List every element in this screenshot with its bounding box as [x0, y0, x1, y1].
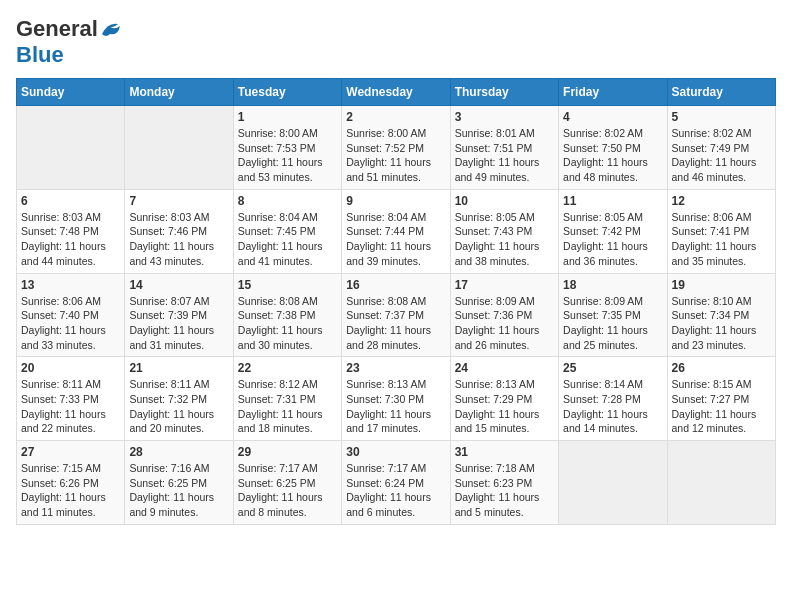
calendar-cell: 28Sunrise: 7:16 AMSunset: 6:25 PMDayligh…	[125, 441, 233, 525]
cell-info: Sunrise: 8:11 AMSunset: 7:32 PMDaylight:…	[129, 377, 228, 436]
cell-day-number: 20	[21, 361, 120, 375]
cell-day-number: 29	[238, 445, 337, 459]
calendar-cell	[125, 106, 233, 190]
cell-info: Sunrise: 8:09 AMSunset: 7:35 PMDaylight:…	[563, 294, 662, 353]
cell-day-number: 10	[455, 194, 554, 208]
weekday-header: Monday	[125, 79, 233, 106]
cell-day-number: 2	[346, 110, 445, 124]
weekday-header: Thursday	[450, 79, 558, 106]
cell-info: Sunrise: 7:17 AMSunset: 6:24 PMDaylight:…	[346, 461, 445, 520]
cell-info: Sunrise: 8:11 AMSunset: 7:33 PMDaylight:…	[21, 377, 120, 436]
weekday-header: Friday	[559, 79, 667, 106]
calendar-cell: 18Sunrise: 8:09 AMSunset: 7:35 PMDayligh…	[559, 273, 667, 357]
cell-day-number: 22	[238, 361, 337, 375]
calendar-cell	[559, 441, 667, 525]
cell-day-number: 27	[21, 445, 120, 459]
cell-info: Sunrise: 8:05 AMSunset: 7:42 PMDaylight:…	[563, 210, 662, 269]
cell-info: Sunrise: 8:15 AMSunset: 7:27 PMDaylight:…	[672, 377, 771, 436]
calendar-cell: 5Sunrise: 8:02 AMSunset: 7:49 PMDaylight…	[667, 106, 775, 190]
cell-day-number: 6	[21, 194, 120, 208]
cell-info: Sunrise: 8:13 AMSunset: 7:30 PMDaylight:…	[346, 377, 445, 436]
cell-info: Sunrise: 7:16 AMSunset: 6:25 PMDaylight:…	[129, 461, 228, 520]
logo-blue: Blue	[16, 42, 64, 67]
cell-day-number: 7	[129, 194, 228, 208]
calendar-cell: 31Sunrise: 7:18 AMSunset: 6:23 PMDayligh…	[450, 441, 558, 525]
calendar-cell: 22Sunrise: 8:12 AMSunset: 7:31 PMDayligh…	[233, 357, 341, 441]
calendar-cell: 19Sunrise: 8:10 AMSunset: 7:34 PMDayligh…	[667, 273, 775, 357]
cell-info: Sunrise: 8:08 AMSunset: 7:37 PMDaylight:…	[346, 294, 445, 353]
cell-info: Sunrise: 8:04 AMSunset: 7:45 PMDaylight:…	[238, 210, 337, 269]
calendar-cell: 8Sunrise: 8:04 AMSunset: 7:45 PMDaylight…	[233, 189, 341, 273]
cell-info: Sunrise: 8:07 AMSunset: 7:39 PMDaylight:…	[129, 294, 228, 353]
cell-day-number: 1	[238, 110, 337, 124]
cell-info: Sunrise: 7:18 AMSunset: 6:23 PMDaylight:…	[455, 461, 554, 520]
calendar-table: SundayMondayTuesdayWednesdayThursdayFrid…	[16, 78, 776, 525]
weekday-header: Wednesday	[342, 79, 450, 106]
calendar-cell	[667, 441, 775, 525]
cell-info: Sunrise: 8:01 AMSunset: 7:51 PMDaylight:…	[455, 126, 554, 185]
cell-day-number: 3	[455, 110, 554, 124]
calendar-cell: 17Sunrise: 8:09 AMSunset: 7:36 PMDayligh…	[450, 273, 558, 357]
cell-info: Sunrise: 8:05 AMSunset: 7:43 PMDaylight:…	[455, 210, 554, 269]
cell-day-number: 14	[129, 278, 228, 292]
calendar-cell: 13Sunrise: 8:06 AMSunset: 7:40 PMDayligh…	[17, 273, 125, 357]
cell-day-number: 26	[672, 361, 771, 375]
cell-info: Sunrise: 8:13 AMSunset: 7:29 PMDaylight:…	[455, 377, 554, 436]
cell-info: Sunrise: 7:15 AMSunset: 6:26 PMDaylight:…	[21, 461, 120, 520]
weekday-header: Tuesday	[233, 79, 341, 106]
cell-day-number: 8	[238, 194, 337, 208]
calendar-cell: 14Sunrise: 8:07 AMSunset: 7:39 PMDayligh…	[125, 273, 233, 357]
calendar-cell: 12Sunrise: 8:06 AMSunset: 7:41 PMDayligh…	[667, 189, 775, 273]
calendar-cell: 26Sunrise: 8:15 AMSunset: 7:27 PMDayligh…	[667, 357, 775, 441]
calendar-cell: 21Sunrise: 8:11 AMSunset: 7:32 PMDayligh…	[125, 357, 233, 441]
cell-day-number: 25	[563, 361, 662, 375]
cell-info: Sunrise: 8:08 AMSunset: 7:38 PMDaylight:…	[238, 294, 337, 353]
cell-day-number: 5	[672, 110, 771, 124]
cell-info: Sunrise: 8:12 AMSunset: 7:31 PMDaylight:…	[238, 377, 337, 436]
cell-day-number: 23	[346, 361, 445, 375]
calendar-cell: 25Sunrise: 8:14 AMSunset: 7:28 PMDayligh…	[559, 357, 667, 441]
cell-day-number: 9	[346, 194, 445, 208]
calendar-header: SundayMondayTuesdayWednesdayThursdayFrid…	[17, 79, 776, 106]
cell-day-number: 15	[238, 278, 337, 292]
cell-info: Sunrise: 8:02 AMSunset: 7:50 PMDaylight:…	[563, 126, 662, 185]
calendar-cell	[17, 106, 125, 190]
calendar-cell: 29Sunrise: 7:17 AMSunset: 6:25 PMDayligh…	[233, 441, 341, 525]
calendar-cell: 2Sunrise: 8:00 AMSunset: 7:52 PMDaylight…	[342, 106, 450, 190]
cell-day-number: 28	[129, 445, 228, 459]
cell-day-number: 18	[563, 278, 662, 292]
cell-day-number: 12	[672, 194, 771, 208]
cell-info: Sunrise: 7:17 AMSunset: 6:25 PMDaylight:…	[238, 461, 337, 520]
cell-info: Sunrise: 8:03 AMSunset: 7:46 PMDaylight:…	[129, 210, 228, 269]
cell-day-number: 11	[563, 194, 662, 208]
logo: General Blue	[16, 16, 122, 68]
page-header: General Blue	[16, 16, 776, 68]
calendar-cell: 3Sunrise: 8:01 AMSunset: 7:51 PMDaylight…	[450, 106, 558, 190]
calendar-cell: 7Sunrise: 8:03 AMSunset: 7:46 PMDaylight…	[125, 189, 233, 273]
calendar-cell: 4Sunrise: 8:02 AMSunset: 7:50 PMDaylight…	[559, 106, 667, 190]
cell-day-number: 4	[563, 110, 662, 124]
calendar-cell: 1Sunrise: 8:00 AMSunset: 7:53 PMDaylight…	[233, 106, 341, 190]
calendar-cell: 20Sunrise: 8:11 AMSunset: 7:33 PMDayligh…	[17, 357, 125, 441]
calendar-cell: 9Sunrise: 8:04 AMSunset: 7:44 PMDaylight…	[342, 189, 450, 273]
logo-bird-icon	[100, 20, 122, 38]
cell-day-number: 19	[672, 278, 771, 292]
calendar-cell: 27Sunrise: 7:15 AMSunset: 6:26 PMDayligh…	[17, 441, 125, 525]
cell-info: Sunrise: 8:03 AMSunset: 7:48 PMDaylight:…	[21, 210, 120, 269]
cell-info: Sunrise: 8:09 AMSunset: 7:36 PMDaylight:…	[455, 294, 554, 353]
cell-day-number: 21	[129, 361, 228, 375]
calendar-cell: 10Sunrise: 8:05 AMSunset: 7:43 PMDayligh…	[450, 189, 558, 273]
calendar-cell: 15Sunrise: 8:08 AMSunset: 7:38 PMDayligh…	[233, 273, 341, 357]
calendar-cell: 11Sunrise: 8:05 AMSunset: 7:42 PMDayligh…	[559, 189, 667, 273]
calendar-cell: 6Sunrise: 8:03 AMSunset: 7:48 PMDaylight…	[17, 189, 125, 273]
cell-info: Sunrise: 8:10 AMSunset: 7:34 PMDaylight:…	[672, 294, 771, 353]
cell-day-number: 31	[455, 445, 554, 459]
cell-day-number: 30	[346, 445, 445, 459]
cell-info: Sunrise: 8:00 AMSunset: 7:52 PMDaylight:…	[346, 126, 445, 185]
calendar-cell: 23Sunrise: 8:13 AMSunset: 7:30 PMDayligh…	[342, 357, 450, 441]
logo-general: General	[16, 16, 98, 42]
cell-info: Sunrise: 8:14 AMSunset: 7:28 PMDaylight:…	[563, 377, 662, 436]
cell-info: Sunrise: 8:06 AMSunset: 7:40 PMDaylight:…	[21, 294, 120, 353]
cell-day-number: 16	[346, 278, 445, 292]
weekday-header: Saturday	[667, 79, 775, 106]
